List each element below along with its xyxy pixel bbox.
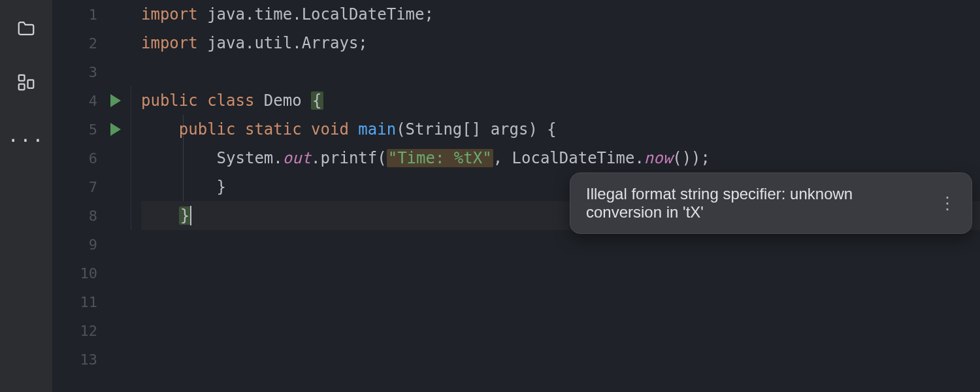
tooltip-more-icon[interactable]: ⋮ [926,199,956,208]
tooltip-message: Illegal format string specifier: unknown… [586,185,926,221]
line-number: 2 [52,29,130,57]
text-caret [190,206,191,225]
line-number: 8 [52,201,130,230]
code-line[interactable] [141,259,980,287]
indent-guide [131,86,131,230]
line-number: 12 [52,316,130,345]
line-number: 3 [52,57,130,86]
gutter: 1 2 3 4 5 6 7 8 9 10 11 12 13 [52,0,131,392]
line-number: 10 [52,259,130,287]
code-line[interactable] [141,230,980,259]
code-line[interactable] [141,57,980,86]
brace-match: } [179,206,191,225]
line-number: 13 [52,345,130,374]
run-gutter-icon[interactable] [110,94,121,107]
inspection-tooltip[interactable]: Illegal format string specifier: unknown… [570,172,972,234]
brace-match: { [311,91,323,110]
svg-rect-1 [19,84,25,90]
line-number: 5 [52,115,130,144]
line-number: 4 [52,86,130,115]
code-line[interactable] [141,316,980,345]
code-line[interactable]: import java.util.Arrays; [141,29,980,57]
code-line[interactable]: import java.time.LocalDateTime; [141,0,980,29]
project-icon[interactable] [12,14,41,43]
activity-bar: ... [0,0,52,392]
structure-icon[interactable] [12,68,41,97]
line-number: 6 [52,144,130,172]
code-line[interactable] [141,345,980,374]
line-number: 7 [52,172,130,201]
code-area[interactable]: import java.time.LocalDateTime; import j… [131,0,980,392]
more-icon[interactable]: ... [12,122,41,150]
line-number: 11 [52,287,130,316]
line-number: 9 [52,230,130,259]
line-number: 1 [52,0,130,29]
warning-highlight[interactable]: "Time: %tX" [387,149,493,167]
svg-rect-2 [28,80,34,88]
code-editor[interactable]: 1 2 3 4 5 6 7 8 9 10 11 12 13 import jav… [52,0,980,392]
code-line[interactable]: System.out.printf("Time: %tX", LocalDate… [141,144,980,172]
run-gutter-icon[interactable] [110,123,121,136]
svg-rect-0 [19,75,25,81]
code-line[interactable]: public class Demo { [141,86,980,115]
code-line[interactable] [141,287,980,316]
code-line[interactable]: public static void main(String[] args) { [141,115,980,144]
